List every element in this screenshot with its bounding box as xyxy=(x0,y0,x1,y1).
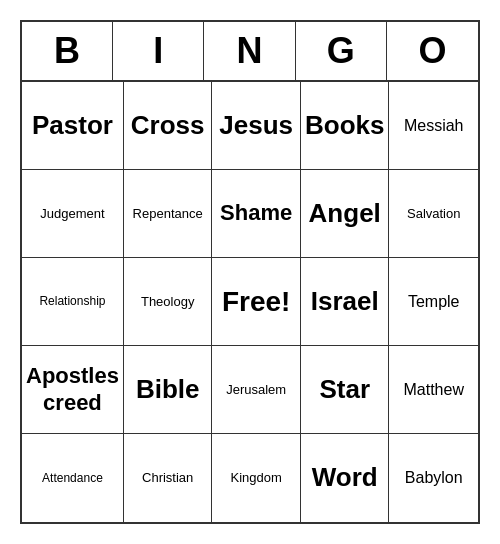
cell-text: Word xyxy=(312,462,378,493)
cell-text: Cross xyxy=(131,110,205,141)
bingo-cell[interactable]: Free! xyxy=(212,258,301,346)
cell-text: Theology xyxy=(141,294,194,310)
header-letter: I xyxy=(113,22,204,80)
cell-text: Apostles creed xyxy=(26,363,119,416)
header-letter: N xyxy=(204,22,295,80)
bingo-cell[interactable]: Kingdom xyxy=(212,434,301,522)
cell-text: Jesus xyxy=(219,110,293,141)
cell-text: Salvation xyxy=(407,206,460,222)
cell-text: Pastor xyxy=(32,110,113,141)
header-letter: B xyxy=(22,22,113,80)
cell-text: Kingdom xyxy=(231,470,282,486)
cell-text: Star xyxy=(319,374,370,405)
bingo-cell[interactable]: Shame xyxy=(212,170,301,258)
cell-text: Attendance xyxy=(42,471,103,485)
bingo-cell[interactable]: Star xyxy=(301,346,390,434)
cell-text: Bible xyxy=(136,374,200,405)
bingo-cell[interactable]: Jerusalem xyxy=(212,346,301,434)
bingo-cell[interactable]: Messiah xyxy=(389,82,478,170)
cell-text: Shame xyxy=(220,200,292,226)
bingo-card: BINGO PastorCrossJesusBooksMessiahJudgem… xyxy=(20,20,480,524)
bingo-cell[interactable]: Word xyxy=(301,434,390,522)
cell-text: Angel xyxy=(309,198,381,229)
bingo-cell[interactable]: Bible xyxy=(124,346,213,434)
bingo-cell[interactable]: Christian xyxy=(124,434,213,522)
cell-text: Relationship xyxy=(39,294,105,308)
bingo-header: BINGO xyxy=(22,22,478,82)
cell-text: Babylon xyxy=(405,468,463,487)
cell-text: Matthew xyxy=(404,380,464,399)
cell-text: Messiah xyxy=(404,116,464,135)
bingo-cell[interactable]: Israel xyxy=(301,258,390,346)
bingo-cell[interactable]: Apostles creed xyxy=(22,346,124,434)
cell-text: Israel xyxy=(311,286,379,317)
bingo-cell[interactable]: Salvation xyxy=(389,170,478,258)
bingo-cell[interactable]: Relationship xyxy=(22,258,124,346)
header-letter: O xyxy=(387,22,478,80)
bingo-cell[interactable]: Books xyxy=(301,82,390,170)
bingo-cell[interactable]: Pastor xyxy=(22,82,124,170)
cell-text: Free! xyxy=(222,285,290,319)
bingo-cell[interactable]: Matthew xyxy=(389,346,478,434)
cell-text: Repentance xyxy=(133,206,203,222)
bingo-cell[interactable]: Cross xyxy=(124,82,213,170)
cell-text: Christian xyxy=(142,470,193,486)
header-letter: G xyxy=(296,22,387,80)
bingo-cell[interactable]: Jesus xyxy=(212,82,301,170)
bingo-cell[interactable]: Angel xyxy=(301,170,390,258)
cell-text: Books xyxy=(305,110,384,141)
bingo-cell[interactable]: Theology xyxy=(124,258,213,346)
bingo-cell[interactable]: Babylon xyxy=(389,434,478,522)
cell-text: Temple xyxy=(408,292,460,311)
bingo-cell[interactable]: Judgement xyxy=(22,170,124,258)
bingo-cell[interactable]: Temple xyxy=(389,258,478,346)
cell-text: Jerusalem xyxy=(226,382,286,398)
cell-text: Judgement xyxy=(40,206,104,222)
bingo-grid: PastorCrossJesusBooksMessiahJudgementRep… xyxy=(22,82,478,522)
bingo-cell[interactable]: Repentance xyxy=(124,170,213,258)
bingo-cell[interactable]: Attendance xyxy=(22,434,124,522)
